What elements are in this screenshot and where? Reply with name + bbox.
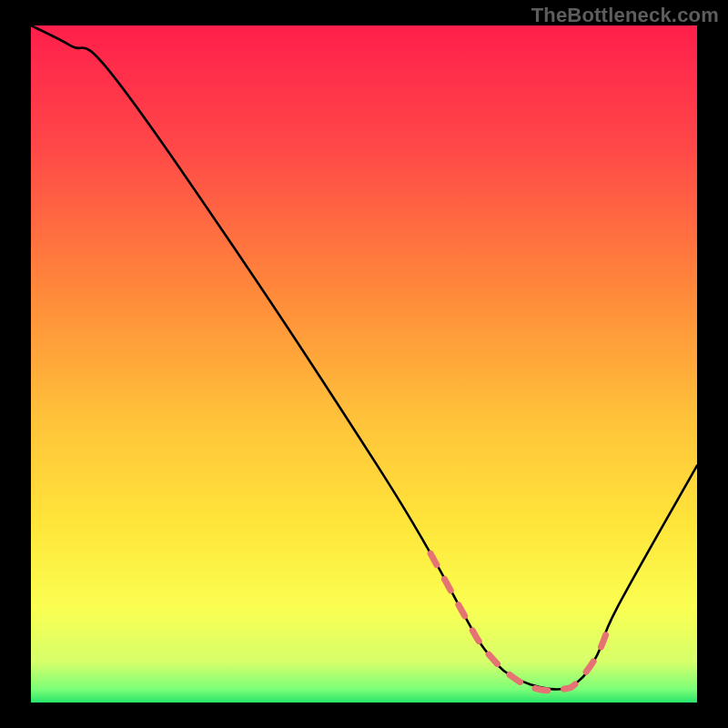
bottleneck-chart [31,25,697,703]
chart-frame: TheBottleneck.com [0,0,728,728]
gradient-background [31,25,697,703]
plot-area [31,25,697,703]
watermark-text: TheBottleneck.com [531,4,719,27]
